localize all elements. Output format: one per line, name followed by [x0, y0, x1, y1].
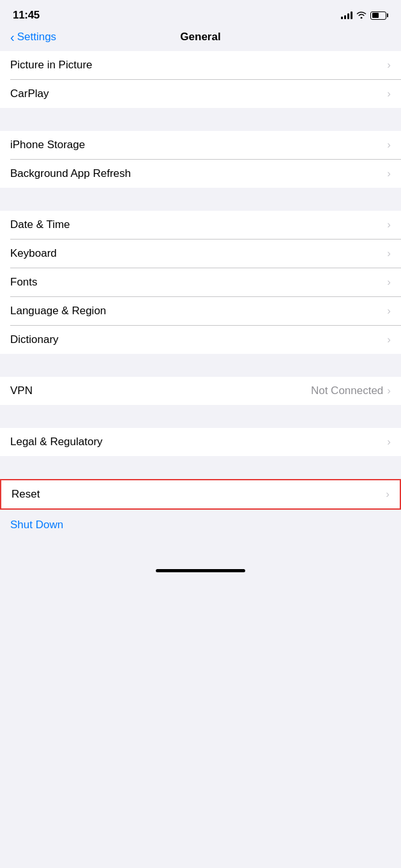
item-label: Picture in Picture — [10, 59, 93, 72]
item-label: Dictionary — [10, 333, 59, 346]
item-right: › — [387, 167, 391, 180]
nav-bar: ‹ Settings General — [0, 27, 401, 51]
home-indicator — [0, 540, 401, 579]
item-right: › — [387, 139, 391, 151]
wifi-icon — [356, 11, 367, 20]
section-divider — [0, 456, 401, 479]
back-label: Settings — [17, 31, 56, 43]
section-group-4: VPN Not Connected › — [0, 377, 401, 405]
chevron-right-icon: › — [387, 218, 391, 231]
back-chevron-icon: ‹ — [10, 31, 15, 43]
chevron-right-icon: › — [387, 385, 391, 397]
item-label: VPN — [10, 385, 33, 397]
status-bar: 11:45 — [0, 0, 401, 27]
item-label: Fonts — [10, 276, 38, 289]
reset-item-wrapper: Reset › — [0, 479, 401, 510]
list-item-iphone-storage[interactable]: iPhone Storage › — [0, 131, 401, 159]
list-item-legal-regulatory[interactable]: Legal & Regulatory › — [0, 428, 401, 456]
home-bar — [156, 569, 245, 572]
chevron-right-icon: › — [387, 59, 391, 72]
item-label: Language & Region — [10, 305, 106, 317]
section-group-5: Legal & Regulatory › — [0, 428, 401, 456]
item-label: iPhone Storage — [10, 139, 85, 151]
chevron-right-icon: › — [387, 167, 391, 180]
list-item-dictionary[interactable]: Dictionary › — [0, 326, 401, 354]
page-title: General — [180, 31, 220, 43]
item-right: › — [387, 88, 391, 100]
item-right: › — [387, 59, 391, 72]
chevron-right-icon: › — [387, 88, 391, 100]
list-item-date-time[interactable]: Date & Time › — [0, 211, 401, 239]
item-label: Keyboard — [10, 247, 57, 260]
section-group-2: iPhone Storage › Background App Refresh … — [0, 131, 401, 188]
item-label: Reset — [11, 488, 40, 501]
section-divider — [0, 188, 401, 211]
list-item-fonts[interactable]: Fonts › — [0, 268, 401, 296]
item-right: Not Connected › — [311, 385, 391, 397]
item-label: Background App Refresh — [10, 167, 131, 180]
vpn-status: Not Connected — [311, 385, 383, 397]
item-right: › — [387, 218, 391, 231]
section-divider — [0, 354, 401, 377]
item-label: Legal & Regulatory — [10, 436, 103, 448]
signal-icon — [341, 11, 352, 19]
section-group-1: Picture in Picture › CarPlay › — [0, 51, 401, 108]
section-divider — [0, 405, 401, 428]
list-item-background-app-refresh[interactable]: Background App Refresh › — [0, 160, 401, 188]
chevron-right-icon: › — [387, 305, 391, 317]
item-right: › — [387, 333, 391, 346]
status-time: 11:45 — [13, 9, 40, 22]
status-icons — [341, 11, 388, 20]
battery-icon — [370, 11, 388, 20]
shutdown-button[interactable]: Shut Down — [0, 510, 401, 540]
item-label: Date & Time — [10, 218, 70, 231]
list-item-vpn[interactable]: VPN Not Connected › — [0, 377, 401, 405]
list-item-carplay[interactable]: CarPlay › — [0, 80, 401, 108]
chevron-right-icon: › — [386, 488, 390, 501]
item-right: › — [387, 436, 391, 448]
item-label: CarPlay — [10, 88, 49, 100]
page-bottom — [0, 540, 401, 579]
chevron-right-icon: › — [387, 436, 391, 448]
chevron-right-icon: › — [387, 247, 391, 260]
chevron-right-icon: › — [387, 333, 391, 346]
item-right: › — [387, 276, 391, 289]
section-divider — [0, 108, 401, 131]
section-group-6: Reset › — [1, 480, 400, 508]
back-button[interactable]: ‹ Settings — [10, 31, 56, 43]
item-right: › — [387, 305, 391, 317]
list-item-language-region[interactable]: Language & Region › — [0, 297, 401, 325]
item-right: › — [387, 247, 391, 260]
chevron-right-icon: › — [387, 276, 391, 289]
section-group-3: Date & Time › Keyboard › Fonts › Languag… — [0, 211, 401, 354]
list-item-keyboard[interactable]: Keyboard › — [0, 240, 401, 268]
item-right: › — [386, 488, 390, 501]
list-item-picture-in-picture[interactable]: Picture in Picture › — [0, 51, 401, 79]
list-item-reset[interactable]: Reset › — [1, 480, 400, 508]
chevron-right-icon: › — [387, 139, 391, 151]
